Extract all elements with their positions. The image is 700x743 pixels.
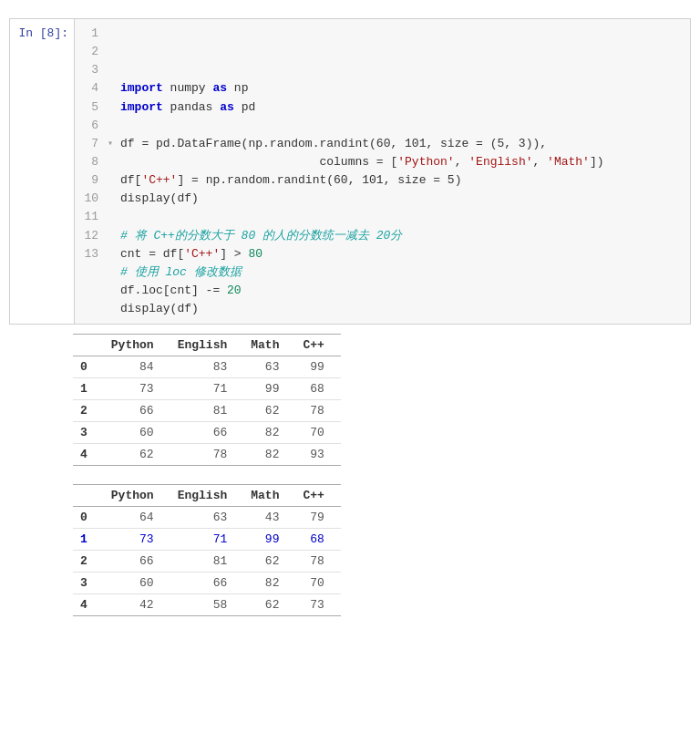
code-line: import numpy as np bbox=[108, 79, 683, 98]
table-row: 462788293 bbox=[73, 444, 341, 466]
table-cell: 60 bbox=[104, 573, 170, 594]
code-token: ]) bbox=[590, 153, 604, 171]
table-cell: 68 bbox=[295, 529, 340, 551]
code-line bbox=[108, 208, 683, 226]
table-cell: 1 bbox=[73, 378, 104, 400]
code-line: import pandas as pd bbox=[108, 98, 683, 117]
line-number: 5 bbox=[82, 98, 98, 117]
fold-indicator bbox=[108, 79, 120, 81]
table-cell: 99 bbox=[243, 529, 295, 551]
line-number: 8 bbox=[82, 153, 98, 171]
table-cell: 62 bbox=[243, 551, 295, 573]
code-token: 80 bbox=[248, 245, 262, 263]
table-cell: 4 bbox=[73, 594, 104, 616]
table-cell: 82 bbox=[243, 444, 295, 466]
table-cell: 62 bbox=[104, 444, 170, 466]
line-number: 11 bbox=[82, 208, 98, 226]
fold-indicator bbox=[108, 263, 120, 265]
code-token: display(df) bbox=[120, 190, 199, 208]
table-cell: 70 bbox=[295, 573, 340, 594]
table-row: 442586273 bbox=[73, 594, 341, 616]
table-cell: 99 bbox=[243, 378, 295, 400]
table-row: 266816278 bbox=[73, 400, 341, 422]
table-row: 173719968 bbox=[73, 529, 341, 551]
dataframe-table-2: PythonEnglishMathC++06463437917371996826… bbox=[73, 484, 341, 616]
code-token: ] > bbox=[220, 245, 248, 263]
table-cell: 83 bbox=[170, 356, 244, 378]
dataframe-table-1: PythonEnglishMathC++08483639917371996826… bbox=[73, 334, 341, 466]
fold-indicator bbox=[108, 282, 120, 284]
line-number: 1 bbox=[82, 25, 98, 43]
table-cell: 71 bbox=[170, 529, 244, 551]
table-cell: 68 bbox=[295, 378, 340, 400]
table-cell: 4 bbox=[73, 444, 104, 466]
table-cell: 1 bbox=[73, 529, 104, 551]
code-token: as bbox=[220, 98, 234, 117]
code-line: ▾df = pd.DataFrame(np.random.randint(60,… bbox=[108, 135, 683, 153]
code-line: # 使用 loc 修改数据 bbox=[108, 263, 683, 282]
table-cell: 2 bbox=[73, 551, 104, 573]
table-cell: 58 bbox=[170, 594, 244, 616]
code-line bbox=[108, 117, 683, 135]
table-cell: 81 bbox=[170, 551, 244, 573]
code-token: 20 bbox=[227, 282, 242, 300]
output-area-2: PythonEnglishMathC++06463437917371996826… bbox=[73, 484, 691, 616]
line-number: 7 bbox=[82, 135, 98, 153]
code-token: 'English' bbox=[468, 153, 532, 171]
table-header bbox=[73, 485, 104, 507]
line-number: 2 bbox=[82, 43, 98, 61]
notebook-cell: In [8]: 12345678910111213 import numpy a… bbox=[9, 18, 691, 325]
table-cell: 63 bbox=[170, 507, 244, 529]
output-area-1: PythonEnglishMathC++08483639917371996826… bbox=[73, 334, 691, 466]
table-cell: 81 bbox=[170, 400, 244, 422]
line-numbers: 12345678910111213 bbox=[82, 25, 108, 318]
table-cell: 0 bbox=[73, 356, 104, 378]
table-cell: 82 bbox=[243, 422, 295, 444]
table-cell: 71 bbox=[170, 378, 244, 400]
table-row: 360668270 bbox=[73, 422, 341, 444]
code-token: columns = [ bbox=[120, 153, 397, 171]
code-token: , bbox=[533, 153, 548, 171]
table-header: Python bbox=[104, 485, 170, 507]
table-cell: 78 bbox=[295, 400, 340, 422]
code-token: pd bbox=[234, 98, 255, 117]
code-token: 'C++' bbox=[184, 245, 220, 263]
code-line: df.loc[cnt] -= 20 bbox=[108, 282, 683, 300]
fold-indicator bbox=[108, 190, 120, 191]
fold-indicator bbox=[108, 208, 120, 210]
line-number: 3 bbox=[82, 61, 98, 79]
table-row: 064634379 bbox=[73, 507, 341, 529]
table-row: 084836399 bbox=[73, 356, 341, 378]
code-token: import bbox=[120, 98, 163, 117]
code-token: df = pd.DataFrame(np.random.randint(60, … bbox=[120, 135, 547, 153]
table-header: English bbox=[170, 485, 244, 507]
table-cell: 73 bbox=[295, 594, 340, 616]
table-cell: 43 bbox=[243, 507, 295, 529]
fold-indicator bbox=[108, 245, 120, 247]
table-cell: 70 bbox=[295, 422, 340, 444]
code-line: display(df) bbox=[108, 300, 683, 318]
table-cell: 84 bbox=[104, 356, 170, 378]
code-content: import numpy as npimport pandas as pd ▾d… bbox=[108, 25, 683, 318]
fold-indicator: ▾ bbox=[108, 135, 120, 151]
table-header: C++ bbox=[295, 335, 340, 356]
table-cell: 60 bbox=[104, 422, 170, 444]
table-cell: 66 bbox=[104, 551, 170, 573]
table-header: Math bbox=[243, 335, 295, 356]
code-line: # 将 C++的分数大于 80 的人的分数统一减去 20分 bbox=[108, 227, 683, 245]
code-lines: 12345678910111213 import numpy as npimpo… bbox=[82, 25, 683, 318]
table-cell: 0 bbox=[73, 507, 104, 529]
code-token: df[ bbox=[120, 171, 141, 190]
code-line: display(df) bbox=[108, 190, 683, 208]
fold-indicator bbox=[108, 153, 120, 155]
code-token: 'C++' bbox=[141, 171, 177, 190]
table-cell: 78 bbox=[295, 551, 340, 573]
fold-indicator bbox=[108, 300, 120, 302]
code-token: df.loc[cnt] -= bbox=[120, 282, 227, 300]
table-cell: 66 bbox=[170, 573, 244, 594]
fold-indicator bbox=[108, 117, 120, 119]
table-cell: 42 bbox=[104, 594, 170, 616]
code-token: display(df) bbox=[120, 300, 199, 318]
table-cell: 3 bbox=[73, 422, 104, 444]
line-number: 4 bbox=[82, 79, 98, 98]
